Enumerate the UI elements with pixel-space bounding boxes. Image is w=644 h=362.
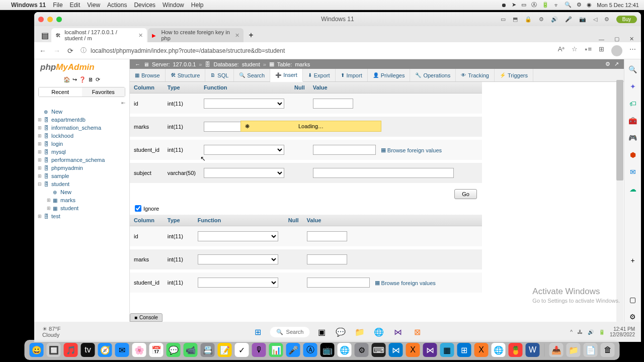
launchpad-icon[interactable]: 🔲 [47,343,61,357]
close-tab-icon[interactable]: ✕ [138,32,143,39]
more-icon[interactable]: ⋯ [629,45,636,56]
titlebar-icon[interactable]: ▭ [501,16,506,23]
messages-icon[interactable]: 💬 [167,343,181,357]
browser-tab-active[interactable]: 🛠 localhost / 127.0.0.1 / student / m ✕ [51,28,147,42]
menu-actions[interactable]: Actions [107,2,127,9]
browser-minimize-button[interactable]: — [599,36,604,42]
tv-icon[interactable]: tv [81,343,95,357]
read-aloud-icon[interactable]: Aᵃ [558,45,565,56]
titlebar-icon[interactable]: 📷 [579,16,586,23]
app-icon[interactable]: ▦ [440,343,454,357]
numbers-icon[interactable]: 📊 [269,343,283,357]
collections-icon[interactable]: ⊞ [599,45,604,56]
browser-tab[interactable]: ▶ How to create foreign key in php ✕ [148,28,244,42]
tab-export[interactable]: ⬇Export [303,69,336,81]
back-button[interactable]: ← [39,47,46,55]
menu-edit[interactable]: Edit [70,2,80,9]
tab-search[interactable]: 🔍Search [234,69,270,81]
app2-icon[interactable]: 🍍 [509,343,523,357]
console-toggle[interactable]: ■ Console [130,313,163,322]
function-select[interactable] [204,168,284,178]
breadcrumb-db[interactable]: student [242,61,260,67]
browse-fk-link[interactable]: ▦ Browse foreign values [381,147,442,153]
vscode-icon[interactable]: ⋈ [389,343,403,357]
value-input[interactable] [313,145,376,155]
explorer-icon[interactable]: 📁 [353,325,367,339]
tree-new-table[interactable]: ⊕New [46,188,129,196]
contacts-icon[interactable]: 📇 [201,343,215,357]
taskbar-weather[interactable]: ☀ 87°F Cloudy [34,326,60,338]
tree-db[interactable]: ⊞🗄sample [37,172,129,180]
status-icon[interactable]: ⏺ [501,2,507,8]
menu-file[interactable]: File [53,2,62,9]
edge-tools-icon[interactable]: 🧰 [628,116,638,126]
tab-insert[interactable]: ➕Insert [270,69,303,82]
home-icon[interactable]: 🏠 [63,76,70,83]
edge-onedrive-icon[interactable]: ☁ [628,184,638,194]
calendar-icon[interactable]: 📅 [149,343,164,357]
word-icon[interactable]: W [526,343,540,357]
menubar-clock[interactable]: Mon 5 Dec 12:41 [597,2,639,8]
forward-button[interactable]: → [53,47,60,55]
vertical-scrollbar[interactable] [616,70,623,322]
titlebar-icon[interactable]: 🔒 [525,16,532,23]
tab-sql[interactable]: 🗎SQL [205,69,234,81]
tree-db[interactable]: ⊞🗄eapartmentdb [37,116,129,124]
vs-icon[interactable]: ⋈ [391,325,405,339]
browse-fk-link[interactable]: ▦ Browse foreign values [375,280,436,286]
tree-db[interactable]: ⊞🗄phpmyadmin [37,164,129,172]
nav-back-icon[interactable]: ← [135,61,140,67]
tab-privileges[interactable]: 👤Privileges [368,69,411,81]
folder-icon[interactable]: 📁 [567,343,581,357]
tree-new[interactable]: ⊕New [37,108,129,116]
tray-network-icon[interactable]: 🖧 [578,329,583,335]
value-input[interactable] [307,231,347,241]
page-settings-icon[interactable]: ⚙ [605,61,610,67]
menu-help[interactable]: Help [191,2,204,9]
tab-triggers[interactable]: ⚡Triggers [495,69,533,81]
photos-icon[interactable]: 🌸 [132,343,146,357]
vs-dock-icon[interactable]: ⋈ [423,343,437,357]
doc-icon[interactable]: 📄 [584,343,598,357]
favorites-bar-icon[interactable]: ⭑≡ [585,45,592,56]
mail-icon[interactable]: ✉ [115,343,129,357]
facetime-icon[interactable]: 📹 [184,343,198,357]
browser-close-button[interactable]: ✕ [629,36,634,42]
search-icon[interactable]: 🔍 [565,2,572,8]
tab-tracking[interactable]: 👁Tracking [456,69,495,81]
appletv-icon[interactable]: 📺 [320,343,335,357]
reload-button[interactable]: ⟳ [67,47,73,55]
tree-db[interactable]: ⊞🗄login [37,140,129,148]
display-icon[interactable]: ▭ [521,2,526,8]
function-select[interactable] [204,99,284,109]
function-select[interactable] [198,231,278,241]
tree-table-marks[interactable]: ⊞▦marks [46,196,129,204]
menu-devices[interactable]: Devices [134,2,155,9]
chat-icon[interactable]: 💬 [334,325,348,339]
edge-add-icon[interactable]: + [628,255,638,265]
new-tab-button[interactable]: + [245,28,258,42]
ignore-checkbox[interactable] [135,205,141,212]
downloads-icon[interactable]: 📥 [549,343,564,357]
value-input[interactable] [313,99,353,109]
music app-icon[interactable]: 🎵 [64,343,78,357]
siri-icon[interactable]: ◉ [587,2,592,8]
docs-icon[interactable]: ❓ [79,76,86,83]
edge-icon[interactable]: 🌐 [372,325,386,339]
value-input[interactable] [307,278,370,288]
wifi-icon[interactable]: ᯤ [554,2,559,8]
profile-avatar[interactable] [611,45,622,56]
battery-icon[interactable]: 🔋 [542,2,549,8]
menu-view[interactable]: View [87,2,100,9]
browser-maximize-button[interactable]: ▢ [614,36,619,42]
edge-games-icon[interactable]: 🎮 [628,133,638,143]
tree-table-student[interactable]: ⊞▦student [46,204,129,212]
tray-chevron-icon[interactable]: ^ [570,329,573,335]
safari-icon[interactable]: 🧭 [98,343,112,357]
settings-icon[interactable]: ⚙ [355,343,369,357]
pma-logo[interactable]: phpMyAdmin [34,59,129,75]
tree-db[interactable]: ⊞🗄test [37,212,129,220]
tab-import[interactable]: ⬆Import [336,69,368,81]
buy-button[interactable]: Buy [616,16,637,23]
chrome-icon[interactable]: 🌐 [338,343,352,357]
